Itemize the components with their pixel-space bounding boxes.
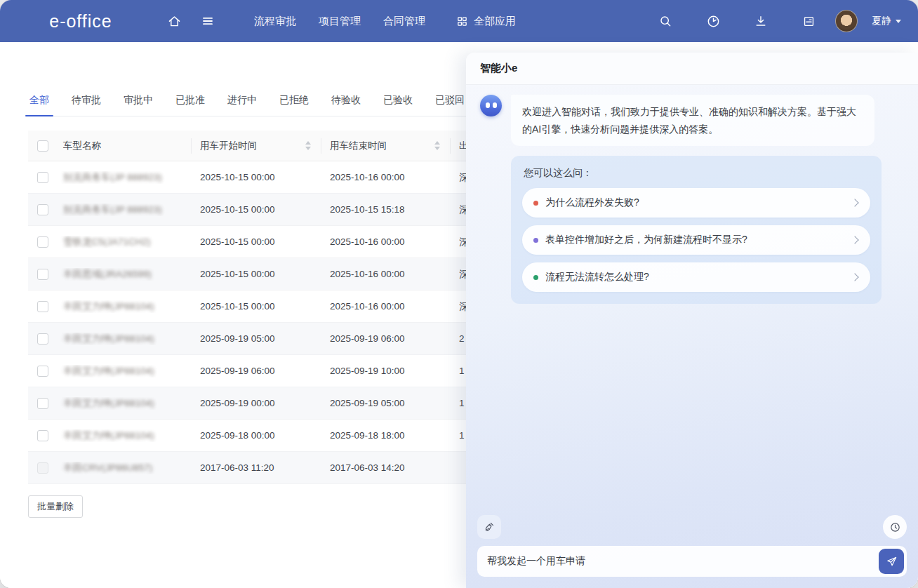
row-checkbox[interactable] bbox=[37, 172, 48, 183]
table-row: 别克商务车(JP 888923)2025-10-15 00:002025-10-… bbox=[28, 194, 466, 226]
vehicle-name: 丰田艾力绅(JP88104) bbox=[63, 300, 154, 313]
clock-icon bbox=[706, 14, 721, 29]
tab-3[interactable]: 已批准 bbox=[174, 87, 206, 116]
column-header-start-time: 用车开始时间 bbox=[192, 138, 321, 154]
send-button[interactable] bbox=[879, 549, 904, 574]
tab-0[interactable]: 全部 bbox=[28, 87, 51, 116]
history-button[interactable] bbox=[883, 515, 907, 539]
end-time: 2025-09-19 06:00 bbox=[321, 333, 451, 344]
chat-footer bbox=[466, 515, 918, 588]
sort-end-time[interactable] bbox=[434, 141, 440, 150]
chevron-down-icon bbox=[896, 20, 901, 23]
suggestion-pill-2[interactable]: 流程无法流转怎么处理? bbox=[522, 262, 870, 292]
row-checkbox[interactable] bbox=[37, 236, 48, 248]
primary-nav: 流程审批 项目管理 合同管理 bbox=[254, 15, 425, 28]
vehicle-name: 丰田思域(JRA26599) bbox=[63, 268, 152, 281]
user-menu[interactable]: 夏静 bbox=[872, 15, 901, 27]
search-button[interactable] bbox=[653, 8, 678, 34]
end-time: 2025-09-19 05:00 bbox=[321, 398, 451, 408]
nav-item-process-approval[interactable]: 流程审批 bbox=[254, 15, 296, 28]
chat-tools bbox=[477, 515, 907, 539]
home-button[interactable] bbox=[161, 8, 187, 34]
sort-start-time[interactable] bbox=[305, 141, 311, 150]
end-time: 2025-09-18 18:00 bbox=[321, 430, 451, 441]
end-time: 2025-09-19 10:00 bbox=[321, 366, 451, 376]
user-avatar[interactable] bbox=[835, 10, 858, 32]
start-time: 2025-10-15 00:00 bbox=[192, 236, 321, 247]
row-checkbox[interactable] bbox=[37, 333, 48, 345]
all-apps-button[interactable]: 全部应用 bbox=[456, 15, 516, 28]
chat-input[interactable] bbox=[487, 546, 879, 577]
row-checkbox[interactable] bbox=[37, 269, 48, 280]
tab-1[interactable]: 待审批 bbox=[70, 87, 102, 116]
status-tabs: 全部待审批审批中已批准进行中已拒绝待验收已验收已驳回 bbox=[28, 87, 466, 116]
start-time: 2025-10-15 00:00 bbox=[192, 172, 321, 182]
row-checkbox[interactable] bbox=[37, 430, 48, 441]
end-time: 2017-06-03 14:20 bbox=[321, 462, 451, 473]
table-row: 丰田艾力绅(JP88104)2025-09-19 06:002025-09-19… bbox=[28, 355, 466, 387]
table-header-row: 车型名称 用车开始时间 用车结束时间 出 bbox=[28, 131, 466, 161]
nav-item-project-management[interactable]: 项目管理 bbox=[319, 15, 361, 28]
navbar-actions: 夏静 bbox=[653, 8, 901, 34]
bot-avatar-icon bbox=[480, 95, 502, 116]
recent-button[interactable] bbox=[700, 8, 726, 34]
tab-2[interactable]: 审批中 bbox=[122, 87, 154, 116]
bullet-dot-icon bbox=[533, 238, 538, 243]
nav-item-contract-management[interactable]: 合同管理 bbox=[383, 15, 425, 28]
table-row: 丰田思域(JRA26599)2025-10-15 00:002025-10-16… bbox=[28, 258, 466, 290]
bullet-dot-icon bbox=[533, 275, 538, 280]
batch-delete-button[interactable]: 批量删除 bbox=[28, 495, 83, 518]
row-checkbox[interactable] bbox=[37, 366, 48, 377]
extra-cell: 深 bbox=[451, 236, 466, 248]
all-apps-label: 全部应用 bbox=[474, 15, 516, 28]
table-row: 别克商务车(JP 888923)2025-10-15 00:002025-10-… bbox=[28, 161, 466, 194]
tab-5[interactable]: 已拒绝 bbox=[278, 87, 310, 116]
row-checkbox[interactable] bbox=[37, 398, 48, 409]
suggestion-pill-1[interactable]: 表单控件增加好之后，为何新建流程时不显示? bbox=[522, 225, 870, 255]
chat-message-area: 欢迎进入智能对话，我们致力于提供专业、准确的知识和解决方案。基于强大的AI引擎，… bbox=[466, 85, 918, 515]
end-time: 2025-10-16 00:00 bbox=[321, 172, 451, 182]
bot-message-row: 欢迎进入智能对话，我们致力于提供专业、准确的知识和解决方案。基于强大的AI引擎，… bbox=[480, 95, 904, 146]
assistant-header: 智能小e bbox=[466, 53, 918, 85]
download-icon bbox=[754, 14, 768, 28]
row-checkbox[interactable] bbox=[37, 301, 48, 312]
extra-cell: 深 bbox=[451, 171, 466, 184]
suggestions-label: 您可以这么问： bbox=[524, 167, 870, 180]
vehicle-name: 丰田CRV(JP86U857) bbox=[63, 462, 152, 474]
tab-7[interactable]: 已验收 bbox=[382, 87, 414, 116]
extra-cell: 2 bbox=[451, 333, 466, 344]
vehicle-name: 丰田艾力绅(JP88104) bbox=[63, 429, 154, 442]
clear-chat-button[interactable] bbox=[477, 515, 501, 539]
table-row: 丰田艾力绅(JP88104)2025-10-15 00:002025-10-16… bbox=[28, 290, 466, 323]
notes-button[interactable] bbox=[796, 8, 821, 34]
tab-8[interactable]: 已驳回 bbox=[434, 87, 466, 116]
vehicle-table: 车型名称 用车开始时间 用车结束时间 出 别克商务车(JP 888923)202… bbox=[28, 131, 466, 484]
suggestion-pill-0[interactable]: 为什么流程外发失败? bbox=[522, 188, 870, 218]
tab-4[interactable]: 进行中 bbox=[226, 87, 258, 116]
vehicle-name: 别克商务车(JP 888923) bbox=[63, 171, 162, 184]
top-navbar: e-office 流程审批 项目管理 合同管理 全部应用 bbox=[0, 0, 918, 42]
paper-plane-icon bbox=[886, 556, 898, 568]
suggestion-text: 表单控件增加好之后，为何新建流程时不显示? bbox=[545, 234, 845, 246]
vehicle-name: 丰田艾力绅(JP88104) bbox=[63, 365, 154, 377]
history-clock-icon bbox=[889, 521, 901, 533]
vehicle-name: 别克商务车(JP 888923) bbox=[63, 203, 162, 216]
app-window: e-office 流程审批 项目管理 合同管理 全部应用 bbox=[0, 0, 918, 588]
assistant-title: 智能小e bbox=[480, 62, 517, 75]
row-checkbox[interactable] bbox=[37, 204, 48, 215]
user-name: 夏静 bbox=[872, 15, 891, 27]
content-area: 全部待审批审批中已批准进行中已拒绝待验收已验收已驳回 车型名称 用车开始时间 用… bbox=[0, 42, 918, 588]
start-time: 2025-10-15 00:00 bbox=[192, 269, 321, 279]
chat-input-bar bbox=[477, 546, 907, 577]
start-time: 2025-09-19 05:00 bbox=[192, 333, 321, 344]
extra-cell: 1 bbox=[451, 398, 466, 408]
row-checkbox[interactable] bbox=[37, 462, 48, 474]
suggestion-text: 流程无法流转怎么处理? bbox=[545, 271, 845, 283]
apps-grid-icon bbox=[456, 15, 468, 27]
tab-6[interactable]: 待验收 bbox=[330, 87, 362, 116]
column-header-vehicle: 车型名称 bbox=[58, 138, 192, 154]
document-icon bbox=[802, 15, 816, 28]
menu-button[interactable] bbox=[195, 8, 220, 34]
select-all-checkbox[interactable] bbox=[37, 140, 48, 152]
download-button[interactable] bbox=[748, 8, 773, 34]
